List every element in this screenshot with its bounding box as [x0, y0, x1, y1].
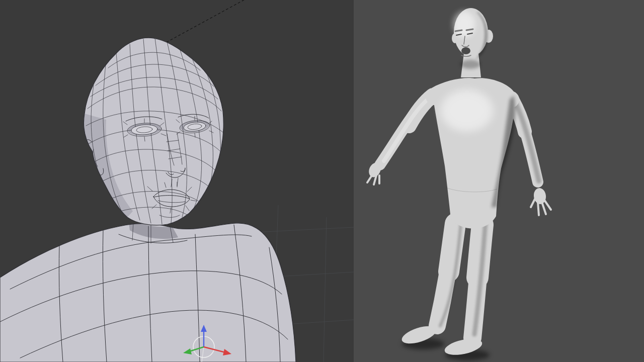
chin-shadow: [460, 60, 480, 69]
right-hand: [531, 187, 551, 215]
split-3d-view: [0, 0, 644, 362]
torso-silhouette: [0, 223, 296, 362]
shaded-scene: [354, 0, 644, 362]
shaded-human-figure[interactable]: [367, 8, 551, 360]
mouth: [461, 47, 470, 54]
wireframe-human-bust[interactable]: [0, 38, 296, 362]
chest-highlight: [441, 89, 493, 132]
viewport-wireframe[interactable]: [0, 0, 354, 362]
right-arm-shade: [516, 103, 539, 181]
left-arm-highlight: [384, 98, 429, 161]
left-thigh: [449, 224, 455, 272]
viewport-shaded[interactable]: [354, 0, 644, 362]
wireframe-scene: [0, 0, 354, 362]
relationship-dashed-line: [154, 0, 248, 49]
